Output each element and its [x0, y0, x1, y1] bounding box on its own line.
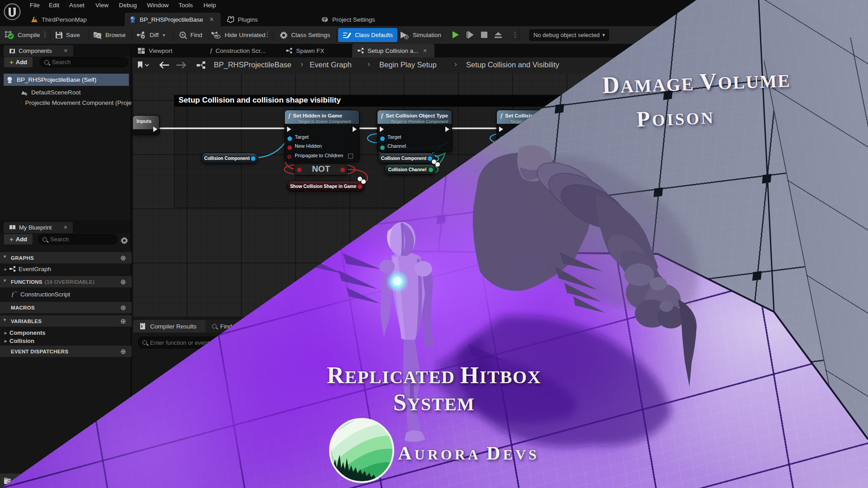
svg-text:f: f	[12, 291, 14, 297]
